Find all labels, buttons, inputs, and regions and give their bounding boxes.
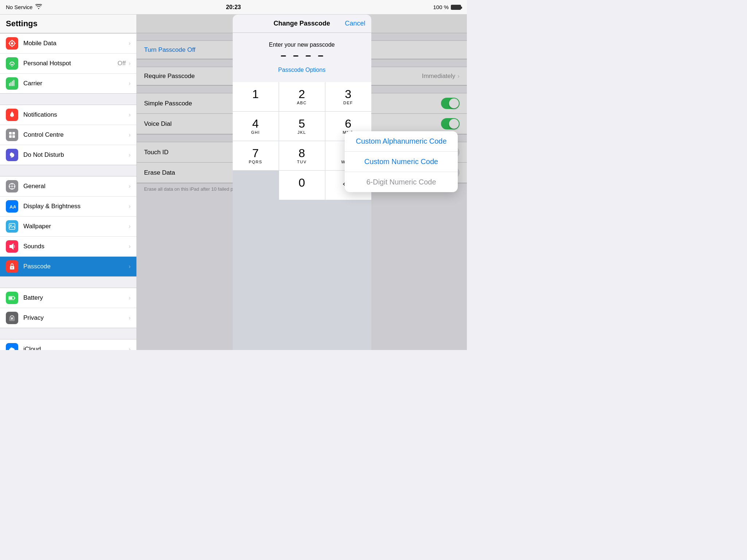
- key-1[interactable]: 1: [233, 82, 279, 111]
- dnd-chevron: ›: [129, 152, 131, 158]
- svg-point-16: [10, 225, 12, 226]
- hotspot-icon: [6, 57, 18, 70]
- svg-point-13: [11, 186, 13, 187]
- status-right: 100 %: [433, 4, 461, 10]
- passcode-dot-1: [281, 55, 286, 57]
- key-5[interactable]: 5 JKL: [279, 112, 325, 141]
- icloud-icon: [6, 343, 18, 350]
- sidebar-item-do-not-disturb[interactable]: Do Not Disturb ›: [0, 145, 136, 165]
- dnd-icon: [6, 149, 18, 161]
- key-8-number: 8: [299, 147, 305, 159]
- sidebar-item-personal-hotspot[interactable]: Personal Hotspot Off ›: [0, 54, 136, 74]
- carrier-label: Carrier: [23, 80, 126, 87]
- group-spacer-4: [0, 328, 136, 339]
- sidebar-item-passcode[interactable]: Passcode ›: [0, 257, 136, 276]
- modal-prompt: Enter your new passcode: [269, 42, 335, 48]
- wallpaper-icon: [6, 220, 18, 233]
- key-3-number: 3: [345, 88, 352, 100]
- icloud-chevron: ›: [129, 346, 131, 350]
- battery-chevron: ›: [129, 295, 131, 301]
- carrier-icon: [6, 77, 18, 90]
- svg-point-6: [12, 66, 13, 67]
- display-icon: AA: [6, 200, 18, 213]
- key-0[interactable]: 0: [279, 171, 325, 200]
- status-left: No Service: [6, 4, 42, 10]
- svg-point-24: [12, 318, 13, 319]
- group-spacer-2: [0, 165, 136, 176]
- key-2[interactable]: 2 ABC: [279, 82, 325, 111]
- dropdown-custom-alphanumeric[interactable]: Custom Alphanumeric Code: [345, 131, 458, 152]
- key-7-letters: PQRS: [249, 160, 262, 164]
- key-1-letters: [255, 101, 256, 105]
- sidebar-item-privacy[interactable]: Privacy ›: [0, 308, 136, 328]
- key-1-number: 1: [252, 88, 259, 100]
- settings-group-network: Mobile Data › Personal Hotspot Off ›: [0, 33, 136, 94]
- settings-group-notifications: Notifications › Control Centre ›: [0, 105, 136, 165]
- svg-rect-21: [9, 297, 12, 299]
- svg-point-19: [12, 267, 13, 268]
- key-2-letters: ABC: [297, 101, 307, 105]
- passcode-options-button[interactable]: Passcode Options: [278, 64, 326, 76]
- no-service-label: No Service: [6, 4, 32, 10]
- sidebar-item-battery[interactable]: Battery ›: [0, 288, 136, 308]
- key-4[interactable]: 4 GHI: [233, 112, 279, 141]
- key-8[interactable]: 8 TUV: [279, 141, 325, 170]
- passcode-icon: [6, 260, 18, 273]
- dropdown-6-digit-numeric[interactable]: 6-Digit Numeric Code: [345, 172, 458, 192]
- sidebar-item-sounds[interactable]: Sounds ›: [0, 237, 136, 257]
- sidebar-item-mobile-data[interactable]: Mobile Data ›: [0, 34, 136, 54]
- sounds-label: Sounds: [23, 243, 126, 250]
- notifications-label: Notifications: [23, 111, 126, 118]
- wallpaper-label: Wallpaper: [23, 223, 126, 230]
- sidebar-item-control-centre[interactable]: Control Centre ›: [0, 125, 136, 145]
- hotspot-chevron: ›: [129, 60, 131, 67]
- control-centre-label: Control Centre: [23, 131, 126, 139]
- sidebar-item-general[interactable]: General ›: [0, 176, 136, 197]
- passcode-options-dropdown: Custom Alphanumeric Code Custom Numeric …: [345, 131, 458, 192]
- mobile-data-icon: [6, 37, 18, 50]
- modal-cancel-button[interactable]: Cancel: [345, 20, 365, 27]
- svg-rect-22: [14, 298, 15, 299]
- passcode-dot-4: [318, 55, 323, 57]
- key-7[interactable]: 7 PQRS: [233, 141, 279, 170]
- passcode-dots: [281, 55, 323, 57]
- key-empty: [233, 171, 279, 200]
- svg-point-1: [11, 42, 13, 44]
- key-2-number: 2: [299, 88, 305, 100]
- display-label: Display & Brightness: [23, 203, 126, 210]
- sidebar-item-carrier[interactable]: Carrier ›: [0, 74, 136, 93]
- notifications-icon: [6, 109, 18, 121]
- modal-header: Change Passcode Cancel: [233, 15, 371, 33]
- sidebar-item-icloud[interactable]: iCloud ›: [0, 339, 136, 350]
- hotspot-value: Off: [117, 60, 125, 67]
- passcode-dot-2: [293, 55, 298, 57]
- wifi-icon: [35, 4, 42, 10]
- settings-group-icloud: iCloud ›: [0, 339, 136, 350]
- carrier-chevron: ›: [129, 80, 131, 87]
- sidebar-item-wallpaper[interactable]: Wallpaper ›: [0, 217, 136, 237]
- key-0-letters: [301, 189, 303, 194]
- modal-title: Change Passcode: [274, 20, 330, 27]
- group-spacer-1: [0, 94, 136, 105]
- sidebar-item-notifications[interactable]: Notifications ›: [0, 105, 136, 125]
- key-7-number: 7: [252, 147, 259, 159]
- sidebar-item-display-brightness[interactable]: AA Display & Brightness ›: [0, 197, 136, 217]
- battery-icon: [451, 5, 461, 10]
- settings-group-general: General › AA Display & Brightness ›: [0, 176, 136, 277]
- status-time: 20:23: [226, 4, 241, 11]
- dropdown-custom-numeric[interactable]: Custom Numeric Code: [345, 152, 458, 172]
- general-icon: [6, 180, 18, 192]
- group-spacer-3: [0, 277, 136, 288]
- key-8-letters: TUV: [297, 160, 307, 164]
- mobile-data-label: Mobile Data: [23, 40, 126, 47]
- key-3[interactable]: 3 DEF: [325, 82, 371, 111]
- status-bar: No Service 20:23 100 %: [0, 0, 467, 15]
- svg-marker-17: [9, 243, 13, 250]
- sounds-icon: [6, 240, 18, 253]
- main-layout: Settings Mobile Data ›: [0, 15, 467, 350]
- privacy-icon: [6, 312, 18, 324]
- right-panel: Passcode Lock Turn Passcode Off Require …: [137, 15, 467, 350]
- passcode-label: Passcode: [23, 263, 126, 270]
- svg-rect-15: [9, 223, 15, 229]
- sidebar-title: Settings: [0, 15, 136, 33]
